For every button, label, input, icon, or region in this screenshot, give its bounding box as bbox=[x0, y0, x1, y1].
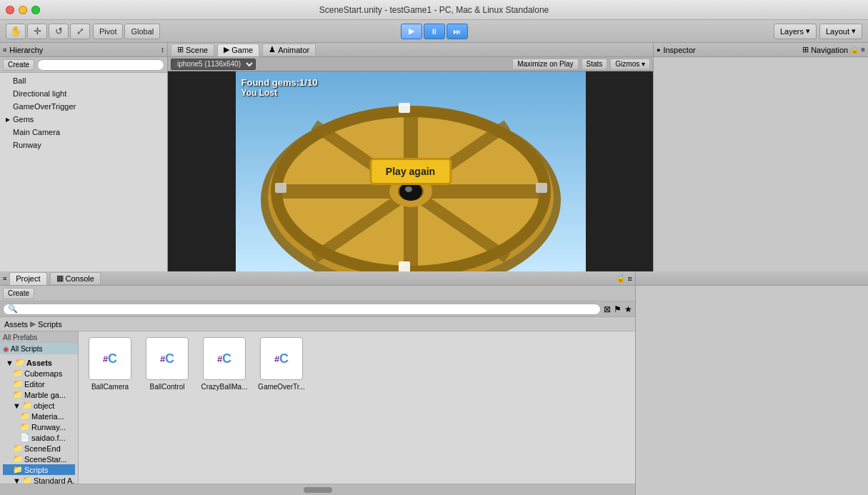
project-panel: ≡ Project ▦ Console 🔒 ≡ Create bbox=[0, 271, 636, 495]
maximize-btn[interactable]: Maximize on Play bbox=[512, 59, 578, 70]
right-bottom-header bbox=[636, 271, 868, 286]
tree-scenestart[interactable]: 📁SceneStar... bbox=[3, 454, 75, 464]
hierarchy-item-runway[interactable]: Runway bbox=[0, 139, 167, 151]
breadcrumb: Assets ▶ Scripts bbox=[0, 317, 635, 331]
pivot-group: Pivot Global bbox=[93, 24, 160, 39]
center-header: ⊞ Scene ▶ Game ♟ Animator bbox=[168, 43, 653, 57]
inspector-header: ● Inspector ⊞ Navigation 🔒 ≡ bbox=[654, 43, 868, 57]
project-lock-icon[interactable]: 🔒 bbox=[616, 274, 626, 283]
gizmos-btn[interactable]: Gizmos ▾ bbox=[610, 59, 650, 70]
inspector-content bbox=[654, 57, 868, 271]
found-gems-text: Found gems:1/10 bbox=[241, 77, 318, 88]
breadcrumb-assets[interactable]: Assets bbox=[4, 320, 28, 329]
navigation-tab[interactable]: Navigation bbox=[811, 46, 848, 54]
minimize-btn[interactable] bbox=[19, 6, 27, 14]
project-sidebar: All Prefabs ◉All Scripts ▼ 📁Assets 📁Cube… bbox=[0, 331, 79, 484]
svg-rect-12 bbox=[275, 183, 286, 193]
project-toolbar: Create bbox=[0, 286, 635, 301]
project-tab[interactable]: Project bbox=[9, 272, 46, 285]
hierarchy-content: Ball Directional light GameOverTrigger ▶… bbox=[0, 73, 167, 271]
console-tab[interactable]: ▦ Console bbox=[50, 272, 101, 285]
close-btn[interactable] bbox=[6, 6, 14, 14]
scale-tool[interactable]: ⤢ bbox=[70, 24, 90, 39]
global-button[interactable]: Global bbox=[124, 24, 160, 39]
animator-icon: ♟ bbox=[269, 45, 276, 54]
folder-open-icon: ▼ bbox=[6, 359, 14, 367]
tree-marble[interactable]: 📁Marble ga... bbox=[3, 389, 75, 400]
script-icon-ballcontrol: # C bbox=[146, 337, 189, 380]
rotate-tool[interactable]: ↺ bbox=[49, 24, 69, 39]
script-icon-ballcamera: # C bbox=[89, 337, 131, 380]
game-canvas: Found gems:1/10 You Lost bbox=[168, 71, 653, 271]
script-ballcontrol[interactable]: # C BallControl bbox=[141, 337, 193, 391]
pause-button[interactable]: ⏸ bbox=[424, 24, 445, 39]
script-ballcamera[interactable]: # C BallCamera bbox=[84, 337, 136, 391]
file-icon: 📄 bbox=[20, 433, 30, 442]
script-label-gameover: GameOverTr... bbox=[258, 383, 305, 391]
device-select[interactable]: iphone5 (1136x640) bbox=[171, 59, 256, 70]
pivot-button[interactable]: Pivot bbox=[93, 24, 123, 39]
tree-standard[interactable]: ▼ 📁Standard A... bbox=[3, 475, 75, 484]
project-menu-icon[interactable]: ≡ bbox=[628, 274, 632, 283]
step-button[interactable]: ⏭ bbox=[447, 24, 468, 39]
game-toolbar: iphone5 (1136x640) Maximize on Play Stat… bbox=[168, 57, 653, 71]
hierarchy-item-main-camera[interactable]: Main Camera bbox=[0, 126, 167, 139]
folder-icon: 📁 bbox=[13, 390, 23, 399]
inspector-tab[interactable]: Inspector bbox=[663, 46, 695, 54]
tree-sceneend[interactable]: 📁SceneEnd bbox=[3, 443, 75, 454]
stats-btn[interactable]: Stats bbox=[582, 59, 608, 70]
hierarchy-create-btn[interactable]: Create bbox=[3, 59, 34, 71]
tree-object[interactable]: ▼ 📁object bbox=[3, 400, 75, 411]
tree-materia[interactable]: 📁Materia... bbox=[3, 411, 75, 421]
menu-icon[interactable]: ≡ bbox=[861, 46, 865, 54]
play-controls: ▶ ⏸ ⏭ bbox=[401, 24, 468, 39]
game-view: Found gems:1/10 You Lost bbox=[168, 71, 653, 271]
tree-editor[interactable]: 📁Editor bbox=[3, 379, 75, 389]
layout-dropdown[interactable]: Layout▾ bbox=[819, 24, 862, 39]
console-icon: ▦ bbox=[56, 274, 64, 283]
hierarchy-item-directional-light[interactable]: Directional light bbox=[0, 87, 167, 100]
script-crazyball[interactable]: # C CrazyBallMa... bbox=[199, 337, 250, 391]
project-toolbar-action3[interactable]: ★ bbox=[624, 304, 632, 314]
window-title: SceneStart.unity - testGame1 - PC, Mac &… bbox=[319, 5, 549, 15]
scene-tab[interactable]: ⊞ Scene bbox=[171, 44, 214, 56]
folder-icon: 📁 bbox=[13, 369, 23, 378]
hand-tool[interactable]: ✋ bbox=[6, 24, 26, 39]
tree-cubemaps[interactable]: 📁Cubemaps bbox=[3, 368, 75, 379]
script-label-ballcamera: BallCamera bbox=[91, 383, 129, 391]
script-label-ballcontrol: BallControl bbox=[150, 383, 185, 391]
project-create-btn[interactable]: Create bbox=[3, 288, 34, 299]
play-again-button[interactable]: Play again bbox=[369, 158, 452, 185]
center-panel: ⊞ Scene ▶ Game ♟ Animator iphone5 (1136x… bbox=[168, 43, 654, 271]
tree-assets[interactable]: ▼ 📁Assets bbox=[3, 357, 75, 368]
tree-runway[interactable]: 📁Runway... bbox=[3, 421, 75, 432]
svg-rect-11 bbox=[536, 183, 547, 193]
hierarchy-item-ball[interactable]: Ball bbox=[0, 74, 167, 87]
titlebar: SceneStart.unity - testGame1 - PC, Mac &… bbox=[0, 0, 868, 20]
game-tab[interactable]: ▶ Game bbox=[217, 44, 259, 56]
hierarchy-panel: ≡ Hierarchy ↕ Create Ball Directional li… bbox=[0, 43, 168, 271]
hierarchy-item-gameovertrigger[interactable]: GameOverTrigger bbox=[0, 100, 167, 113]
animator-tab[interactable]: ♟ Animator bbox=[262, 44, 316, 56]
hierarchy-tab[interactable]: Hierarchy bbox=[9, 46, 43, 54]
layers-dropdown[interactable]: Layers▾ bbox=[774, 24, 817, 39]
maximize-btn[interactable] bbox=[31, 6, 40, 14]
window-controls bbox=[6, 6, 40, 14]
script-label-crazyball: CrazyBallMa... bbox=[201, 383, 247, 391]
hierarchy-collapse[interactable]: ↕ bbox=[161, 46, 164, 54]
tree-saidao[interactable]: 📄saidao.f... bbox=[3, 432, 75, 443]
lock-icon[interactable]: 🔒 bbox=[850, 46, 859, 54]
project-toolbar-action1[interactable]: ⊠ bbox=[604, 304, 611, 314]
play-button[interactable]: ▶ bbox=[401, 24, 422, 39]
all-scripts-item[interactable]: ◉All Scripts bbox=[0, 343, 78, 354]
script-gameover[interactable]: # C GameOverTr... bbox=[256, 337, 307, 391]
folder-icon: 📁 bbox=[13, 444, 23, 453]
breadcrumb-scripts[interactable]: Scripts bbox=[38, 320, 62, 329]
tree-scripts[interactable]: 📁Scripts bbox=[3, 464, 75, 475]
project-main: All Prefabs ◉All Scripts ▼ 📁Assets 📁Cube… bbox=[0, 331, 635, 484]
move-tool[interactable]: ✛ bbox=[27, 24, 47, 39]
right-bottom-content bbox=[636, 286, 868, 495]
hierarchy-search[interactable] bbox=[37, 59, 164, 71]
hierarchy-item-gems[interactable]: ▶Gems bbox=[0, 113, 167, 126]
project-toolbar-action2[interactable]: ⚑ bbox=[614, 304, 622, 314]
